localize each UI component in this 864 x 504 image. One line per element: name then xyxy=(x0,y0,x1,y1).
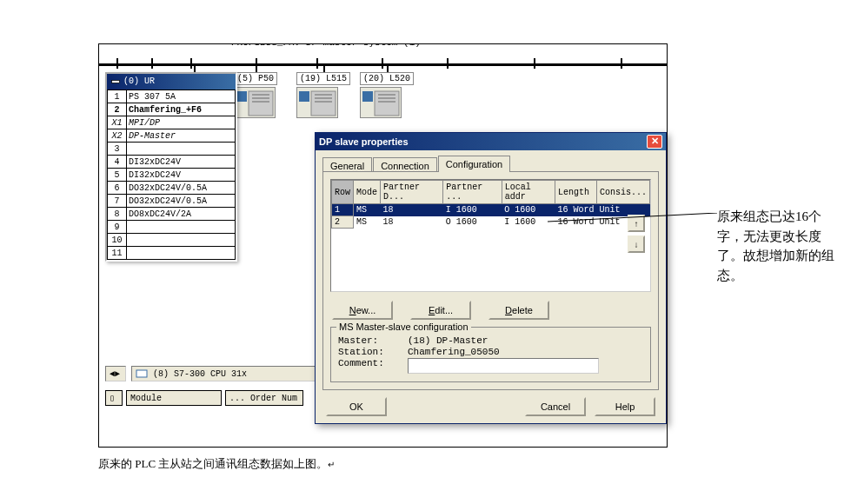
cell: I 1600 xyxy=(502,216,555,229)
annotation-text: 原来组态已达16个字，无法更改长度了。故想增加新的组态。 xyxy=(717,207,839,285)
module-cell: DO32xDC24V/0.5A xyxy=(127,195,236,208)
rack-title-text: (0) UR xyxy=(123,74,155,90)
device-icon xyxy=(234,87,276,118)
cell: I 1600 xyxy=(443,204,502,216)
rack-row[interactable]: 3 xyxy=(108,143,236,156)
rack-row[interactable]: 8DO8xDC24V/2A xyxy=(108,208,236,221)
delete-button[interactable]: Delete xyxy=(488,301,549,320)
module-cell: DO32xDC24V/0.5A xyxy=(127,182,236,195)
svg-rect-21 xyxy=(136,370,147,377)
master-label: Master: xyxy=(338,335,408,346)
slot-cell: X1 xyxy=(108,116,127,129)
move-up-button[interactable]: ↑ xyxy=(628,215,645,232)
svg-rect-15 xyxy=(362,91,373,102)
config-table-wrap: RowModePartner D...Partner ...Local addr… xyxy=(330,179,651,292)
slot-cell: 6 xyxy=(108,182,127,195)
cell: 18 xyxy=(381,216,443,229)
module-cell: DI32xDC24V xyxy=(127,156,236,169)
rack-row[interactable]: 6DO32xDC24V/0.5A xyxy=(108,182,236,195)
new-button[interactable]: New... xyxy=(332,301,393,320)
module-col-module[interactable]: Module xyxy=(126,390,222,406)
cell: O 1600 xyxy=(502,204,555,216)
device-node-d19[interactable]: (19) L515 xyxy=(296,72,350,118)
cell: MS xyxy=(354,216,381,229)
config-table[interactable]: RowModePartner D...Partner ...Local addr… xyxy=(331,180,650,229)
edit-button[interactable]: Edit... xyxy=(410,301,471,320)
module-cell: Chamfering_+F6 xyxy=(127,103,236,116)
module-cell: PS 307 5A xyxy=(127,90,236,103)
dp-slave-properties-dialog: DP slave properties ✕ GeneralConnectionC… xyxy=(315,132,667,424)
comment-label: Comment: xyxy=(338,358,408,374)
ok-button[interactable]: OK xyxy=(326,397,387,416)
comment-input[interactable] xyxy=(408,358,599,374)
svg-rect-5 xyxy=(236,91,247,102)
module-cell xyxy=(127,234,236,247)
svg-rect-10 xyxy=(299,91,309,102)
svg-rect-20 xyxy=(112,81,120,83)
module-row-icon: ▯ xyxy=(105,390,123,406)
reorder-buttons: ↑ ↓ xyxy=(628,215,645,253)
module-cell xyxy=(127,221,236,234)
tab-panel-configuration: RowModePartner D...Partner ...Local addr… xyxy=(322,171,659,390)
rack-row[interactable]: 9 xyxy=(108,221,236,234)
device-icon xyxy=(296,87,338,118)
module-cell: DO8xDC24V/2A xyxy=(127,208,236,221)
move-down-button[interactable]: ↓ xyxy=(628,235,645,253)
col-header[interactable]: Row xyxy=(332,181,354,204)
rack-row[interactable]: X1MPI/DP xyxy=(108,116,236,129)
col-header[interactable]: Consis... xyxy=(596,181,649,204)
slot-cell: 2 xyxy=(108,103,127,116)
col-header[interactable]: Local addr xyxy=(502,181,555,204)
rack-row[interactable]: 4DI32xDC24V xyxy=(108,156,236,169)
rack-row[interactable]: 11 xyxy=(108,247,236,260)
rack-table[interactable]: 1PS 307 5A2Chamfering_+F6X1MPI/DPX2DP-Ma… xyxy=(107,90,236,260)
status-nav-left[interactable]: ◄► xyxy=(105,366,126,381)
dialog-title-bar[interactable]: DP slave properties ✕ xyxy=(316,133,666,150)
rack-row[interactable]: 10 xyxy=(108,234,236,247)
cell: 16 Word xyxy=(555,216,596,229)
slot-cell: 8 xyxy=(108,208,127,221)
col-header[interactable]: Partner ... xyxy=(443,181,502,204)
device-label: (19) L515 xyxy=(296,72,350,85)
rack-row[interactable]: X2DP-Master xyxy=(108,129,236,143)
module-cell: DI32xDC24V xyxy=(127,169,236,182)
topology-notches xyxy=(99,58,668,69)
dialog-bottom-buttons: OK Cancel Help xyxy=(316,390,666,423)
config-button-row: New... Edit... Delete xyxy=(332,301,649,320)
table-row[interactable]: 1MS18I 1600O 160016 WordUnit xyxy=(332,204,650,216)
dialog-title-text: DP slave properties xyxy=(319,133,409,150)
station-value: Chamfering_05050 xyxy=(408,347,500,357)
col-header[interactable]: Partner D... xyxy=(381,181,443,204)
module-col-order[interactable]: ... Order Num xyxy=(225,390,303,406)
rack-row[interactable]: 2Chamfering_+F6 xyxy=(108,103,236,116)
cancel-button[interactable]: Cancel xyxy=(525,397,586,416)
col-header[interactable]: Length xyxy=(555,181,596,204)
cell: 2 xyxy=(332,216,354,229)
help-button[interactable]: Help xyxy=(595,397,655,416)
device-node-d20[interactable]: (20) L520 xyxy=(360,72,414,118)
rack-window[interactable]: (0) UR 1PS 307 5A2Chamfering_+F6X1MPI/DP… xyxy=(105,72,237,262)
col-header[interactable]: Mode xyxy=(354,181,381,204)
close-icon[interactable]: ✕ xyxy=(647,135,662,149)
rack-row[interactable]: 1PS 307 5A xyxy=(108,90,236,103)
cell: O 1600 xyxy=(443,216,502,229)
rack-row[interactable]: 5DI32xDC24V xyxy=(108,169,236,182)
slot-cell: 7 xyxy=(108,195,127,208)
device-node-d5[interactable]: (5) P50 xyxy=(234,72,277,118)
cell: MS xyxy=(354,204,381,216)
module-cell: DP-Master xyxy=(127,129,236,143)
module-cell xyxy=(127,247,236,260)
group-legend: MS Master-slave configuration xyxy=(336,322,471,332)
tab-configuration[interactable]: Configuration xyxy=(438,156,510,172)
slot-cell: 3 xyxy=(108,143,127,156)
device-label: (20) L520 xyxy=(360,72,414,85)
slot-cell: 5 xyxy=(108,169,127,182)
ms-config-group: MS Master-slave configuration Master:(18… xyxy=(330,327,651,382)
table-row[interactable]: 2MS18O 1600I 160016 WordUnit xyxy=(332,216,650,229)
rack-row[interactable]: 7DO32xDC24V/0.5A xyxy=(108,195,236,208)
rack-title-bar: (0) UR xyxy=(107,74,236,90)
rack-icon xyxy=(110,76,121,87)
cell: 18 xyxy=(381,204,443,216)
slot-cell: 10 xyxy=(108,234,127,247)
device-icon xyxy=(360,87,402,118)
